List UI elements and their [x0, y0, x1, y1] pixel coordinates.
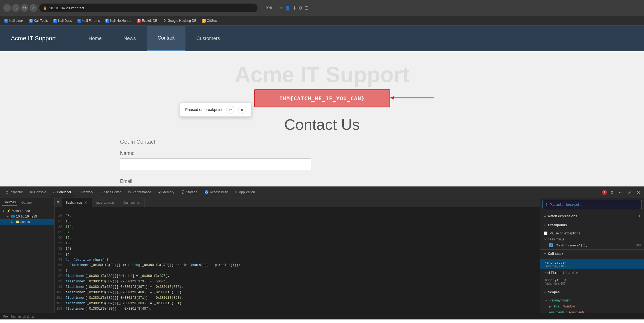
code-line[interactable]: 103flashinner[_0x3801f3(400)] = _0x3801f…: [55, 306, 540, 312]
code-tab-flash-2[interactable]: flash.min.js: [119, 198, 145, 207]
code-line[interactable]: 94for (let i in chars) {: [55, 257, 540, 263]
code-line[interactable]: 102flashinner[_0x3801f3(382)][_0x3801f3(…: [55, 301, 540, 306]
nav-news[interactable]: News: [113, 26, 147, 51]
home-button[interactable]: ⌂: [29, 4, 37, 12]
tab-application[interactable]: ⊞ Application: [232, 189, 258, 196]
code-line[interactable]: 96}: [55, 268, 540, 274]
callstack-list: <anonymous> flash.min.js:108 setTimeout …: [540, 258, 644, 288]
bookmark-kali-docs[interactable]: K Kali Docs: [51, 18, 74, 24]
code-line[interactable]: 91100,: [55, 241, 540, 246]
tab-style-editor[interactable]: {} Style Editor: [97, 189, 124, 196]
devtools-more-btn[interactable]: ⋯: [617, 189, 624, 196]
bookmark-exploit-db[interactable]: E Exploit-DB: [135, 18, 160, 24]
cs-function-name: setTimeout handler: [545, 271, 640, 275]
tab-performance[interactable]: ⏱ Performance: [125, 189, 155, 196]
tab-memory[interactable]: ◉ Memory: [155, 189, 177, 196]
browser-chrome: ← → ↻ ⌂ 🔒 10.10.194.239/contact 190% ☆ 👤…: [0, 0, 644, 16]
add-watch-btn[interactable]: +: [638, 214, 641, 219]
tab-debugger[interactable]: {} Debugger: [50, 189, 74, 196]
settings-icon[interactable]: ⚙: [298, 5, 302, 11]
line-number: 104: [55, 312, 65, 313]
name-label: Name:: [120, 150, 311, 156]
code-panel-icon-btn[interactable]: ⊞: [55, 199, 62, 206]
bookmark-google-hacking[interactable]: G Google Hacking DB: [161, 18, 199, 24]
bookmark-kali-nethunter[interactable]: K Kali NetHunter: [103, 18, 134, 24]
thread-icon: ⚡: [7, 209, 11, 213]
code-line: [55, 208, 540, 214]
tab-network[interactable]: ↕ Network: [75, 189, 97, 196]
code-area: 8696, 87183, 88114, 8987, 9086, 91100, 9…: [55, 207, 540, 313]
outline-tab[interactable]: Outline: [20, 200, 33, 206]
tab-storage[interactable]: 🗄 Storage: [178, 189, 201, 196]
tab-inspector[interactable]: ◻ Inspector: [2, 189, 26, 196]
callstack-item[interactable]: setTimeout handler: [540, 269, 644, 276]
watch-expressions-header[interactable]: ▶ Watch expressions +: [540, 212, 644, 221]
menu-icon[interactable]: ☰: [304, 5, 308, 11]
code-line[interactable]: 98flashinner[_0x3801f3(382)][_0x3801f3(3…: [55, 279, 540, 285]
code-line[interactable]: 100flashinner[_0x3801f3(382)][_0x3801f3(…: [55, 290, 540, 295]
debugger-label: Debugger: [57, 190, 71, 194]
nav-customers[interactable]: Customers: [185, 26, 231, 51]
name-input[interactable]: [120, 158, 311, 170]
code-line[interactable]: 93};: [55, 252, 540, 257]
devtools-toolbar: ◻ Inspector ⊞ Console {} Debugger ↕ Netw…: [0, 187, 644, 198]
tree-host[interactable]: ▼ 🌐 10.10.194.239: [0, 214, 54, 219]
style-editor-label: Style Editor: [104, 190, 121, 194]
download-icon[interactable]: ⬇: [293, 5, 296, 11]
line-number: 89: [55, 230, 65, 235]
profile-icon[interactable]: 👤: [285, 5, 290, 11]
tree-assets[interactable]: ▶ 📁 assets: [0, 219, 54, 225]
nav-home[interactable]: Home: [78, 26, 113, 51]
code-line[interactable]: 8987,: [55, 230, 540, 236]
code-line[interactable]: 9086,: [55, 236, 540, 241]
bookmark-kali-forums[interactable]: K Kali Forums: [75, 18, 102, 24]
code-tab-jquery[interactable]: jquery.min.js: [92, 198, 119, 207]
tree-main-thread[interactable]: ▼ ⚡ Main Thread: [0, 208, 54, 214]
devtools-close-btn[interactable]: ✕: [635, 189, 642, 196]
tab-accessibility[interactable]: ♿ Accessibility: [201, 189, 231, 196]
sources-tab[interactable]: Sources: [2, 199, 17, 206]
bp-checkbox[interactable]: [549, 243, 553, 247]
svg-marker-1: [390, 96, 394, 99]
breakpoints-header[interactable]: ▼ Breakpoints: [540, 221, 644, 229]
scope-label: <anonymous>: [550, 298, 570, 302]
code-line[interactable]: 88114,: [55, 225, 540, 230]
callstack-item[interactable]: <anonymous> flash.min.js:107: [540, 276, 644, 287]
bookmark-kali-tools[interactable]: K Kali Tools: [27, 18, 50, 24]
scope-this[interactable]: ▶ this : Window: [540, 303, 644, 309]
code-tab-close[interactable]: ✕: [84, 200, 87, 205]
address-bar[interactable]: 🔒 10.10.194.239/contact: [39, 4, 257, 12]
bookmark-kali-linux[interactable]: K Kali Linux: [2, 18, 26, 24]
line-content: flashinner[_0x3801f3(382)][_0x3801f3(383…: [65, 301, 540, 306]
bookmark-icon[interactable]: ☆: [279, 5, 283, 11]
scope-arguments[interactable]: arguments : Arguments: [540, 309, 644, 313]
nav-contact[interactable]: Contact: [147, 26, 185, 51]
devtools-expand-btn[interactable]: ⤢: [626, 189, 633, 196]
code-line[interactable]: 99flashinner[_0x3801f3(382)][_0x3801f3(3…: [55, 285, 540, 290]
pause-exceptions-checkbox[interactable]: [544, 231, 547, 235]
code-line[interactable]: 101flashinner[_0x3801f3(382)][_0x3801f3(…: [55, 295, 540, 301]
scope-anonymous[interactable]: ▼ <anonymous>: [540, 297, 644, 303]
code-line[interactable]: 8696,: [55, 214, 540, 219]
code-line[interactable]: 97flashinner[_0x3801f3(382)]['width'] = …: [55, 274, 540, 279]
code-line[interactable]: 92148: [55, 246, 540, 252]
site-brand[interactable]: Acme IT Support: [11, 35, 56, 42]
memory-icon: ◉: [158, 190, 161, 194]
callstack-item[interactable]: <anonymous> flash.min.js:108: [540, 259, 644, 269]
code-tab-flash-1[interactable]: flash.min.js ✕: [62, 198, 92, 207]
resume-button[interactable]: ▶: [238, 105, 246, 114]
forward-button[interactable]: →: [12, 4, 20, 12]
tab-console[interactable]: ⊞ Console: [27, 189, 49, 196]
code-line[interactable]: 87183,: [55, 219, 540, 225]
back-button[interactable]: ←: [3, 4, 11, 12]
code-line[interactable]: 95 flashinner[_0x3801f3(394)] += String[…: [55, 263, 540, 268]
step-over-button[interactable]: ↩: [226, 105, 234, 114]
refresh-button[interactable]: ↻: [21, 4, 28, 12]
line-content: 148: [65, 246, 540, 252]
code-line[interactable]: 104flashinner[_0x3801f3(382)][_0x3801f3(…: [55, 312, 540, 313]
scopes-header[interactable]: ▼ Scopes: [540, 288, 644, 296]
collapse-arrow: ▼: [544, 224, 546, 227]
call-stack-header[interactable]: ▼ Call stack: [540, 250, 644, 258]
devtools-settings-btn[interactable]: ⚙: [609, 189, 616, 196]
bookmark-offsec[interactable]: O OffSec: [200, 18, 219, 24]
